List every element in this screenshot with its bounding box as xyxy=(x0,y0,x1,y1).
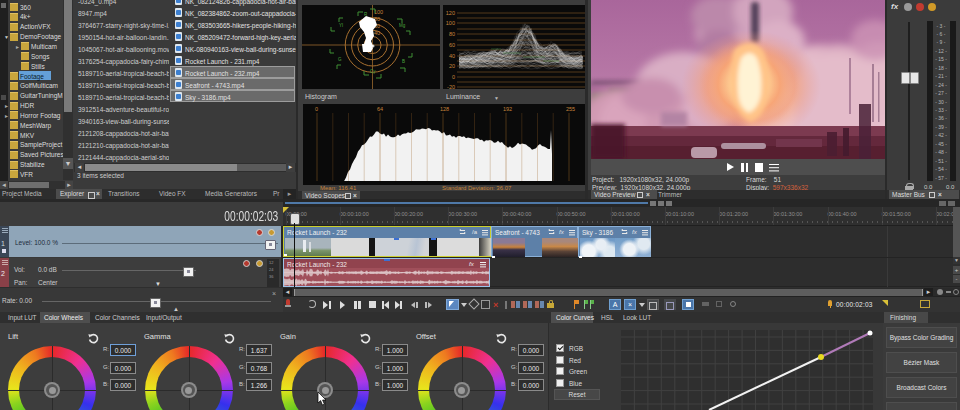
svg-text:B: B xyxy=(402,59,405,64)
svg-text:40: 40 xyxy=(449,53,455,59)
svg-text:40: 40 xyxy=(374,30,380,36)
svg-text:G: G xyxy=(338,57,342,62)
svg-text:128: 128 xyxy=(440,106,449,112)
svg-text:-20: -20 xyxy=(447,84,455,89)
svg-text:0: 0 xyxy=(315,106,318,112)
svg-text:Mg: Mg xyxy=(399,23,406,28)
svg-text:64: 64 xyxy=(377,106,383,112)
svg-text:Yl: Yl xyxy=(339,23,343,28)
svg-text:Cy: Cy xyxy=(370,69,376,74)
svg-text:80: 80 xyxy=(449,31,455,37)
svg-text:120: 120 xyxy=(446,10,455,16)
svg-text:100: 100 xyxy=(446,20,455,26)
svg-text:0: 0 xyxy=(452,74,455,80)
svg-text:20: 20 xyxy=(449,63,455,69)
svg-text:192: 192 xyxy=(503,106,512,112)
svg-text:255: 255 xyxy=(566,106,575,112)
svg-text:60: 60 xyxy=(449,42,455,48)
